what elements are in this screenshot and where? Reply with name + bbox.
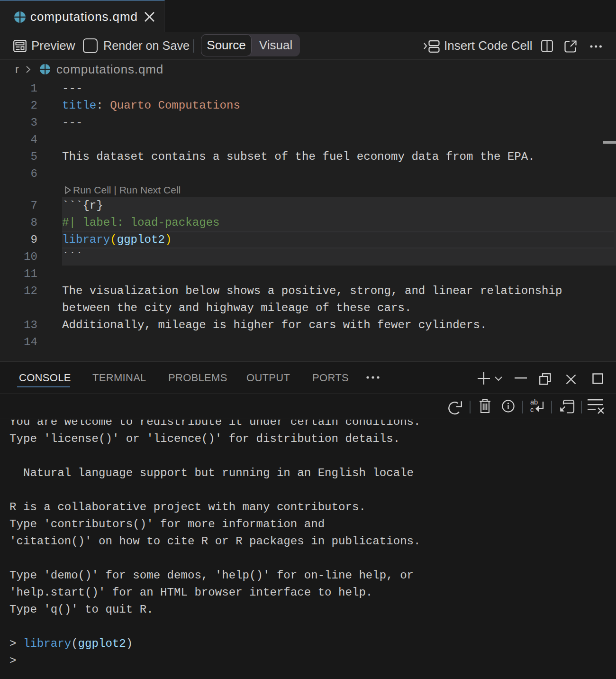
svg-text:ab: ab — [530, 398, 538, 406]
svg-text:c: c — [530, 406, 534, 413]
